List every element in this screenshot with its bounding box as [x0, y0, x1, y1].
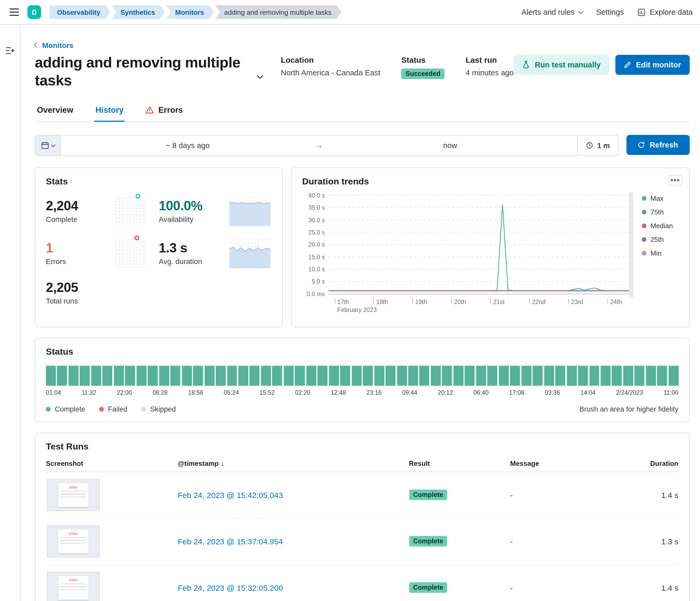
legend-item-75th[interactable]: 75th [642, 208, 678, 216]
status-bar[interactable] [589, 366, 599, 386]
status-bar[interactable] [80, 366, 90, 386]
duration-plot-area[interactable] [328, 192, 633, 297]
end-date-button[interactable]: now [323, 135, 577, 155]
tab-overview[interactable]: Overview [36, 105, 74, 122]
status-bar[interactable] [363, 366, 373, 386]
status-bar[interactable] [351, 366, 361, 386]
status-bar[interactable] [488, 366, 498, 386]
legend-item-min[interactable]: Min [642, 249, 678, 257]
breadcrumb-synthetics[interactable]: Synthetics [111, 5, 165, 19]
start-date-button[interactable]: ~ 8 days ago [60, 135, 315, 155]
calendar-icon [41, 141, 49, 149]
status-bar[interactable] [114, 366, 124, 386]
status-bar[interactable] [612, 366, 622, 386]
status-bar[interactable] [374, 366, 384, 386]
status-bar[interactable] [46, 366, 56, 386]
back-to-monitors-link[interactable]: Monitors [35, 41, 73, 49]
status-bars[interactable] [46, 366, 678, 386]
status-bar[interactable] [420, 366, 429, 386]
status-bar[interactable] [57, 366, 67, 386]
tab-history[interactable]: History [94, 105, 125, 122]
status-bar[interactable] [216, 366, 226, 386]
status-bar[interactable] [555, 366, 565, 386]
test-run-timestamp-link[interactable]: Feb 24, 2023 @ 15:32:05.200 [178, 583, 409, 592]
status-bar[interactable] [544, 366, 554, 386]
arrow-right-icon: → [315, 141, 323, 150]
status-bar[interactable] [408, 366, 418, 386]
alerts-and-rules-menu[interactable]: Alerts and rules [522, 8, 583, 16]
explore-data-link[interactable]: Explore data [638, 8, 693, 16]
tab-errors[interactable]: Errors [145, 105, 184, 122]
duration-chart-svg [328, 192, 633, 297]
status-bar[interactable] [238, 366, 248, 386]
status-bar[interactable] [329, 366, 339, 386]
status-bar[interactable] [442, 366, 452, 386]
result-badge: Complete [409, 490, 447, 500]
settings-link[interactable]: Settings [596, 8, 624, 16]
status-bar[interactable] [578, 366, 588, 386]
status-bar[interactable] [385, 366, 396, 386]
status-bar[interactable] [521, 366, 531, 386]
breadcrumb-observability[interactable]: Observability [50, 5, 110, 19]
menu-button[interactable] [7, 6, 21, 18]
date-quick-select-button[interactable] [35, 135, 60, 155]
auto-refresh-interval-button[interactable]: 1 m [577, 135, 618, 155]
status-bar[interactable] [634, 366, 645, 386]
status-bar[interactable] [340, 366, 350, 386]
status-bar[interactable] [646, 366, 656, 386]
status-bar[interactable] [465, 366, 475, 386]
status-bar[interactable] [193, 366, 203, 386]
status-bar[interactable] [601, 366, 610, 386]
status-bar[interactable] [69, 366, 79, 386]
legend-item-median[interactable]: Median [642, 222, 678, 230]
breadcrumb-monitors[interactable]: Monitors [166, 5, 214, 19]
status-bar[interactable] [136, 366, 147, 386]
status-bar[interactable] [148, 366, 158, 386]
screenshot-thumbnail[interactable]: todos [47, 479, 100, 511]
status-bar[interactable] [567, 366, 577, 386]
status-bar[interactable] [499, 366, 509, 386]
status-bar[interactable] [623, 366, 633, 386]
status-bar[interactable] [295, 366, 305, 386]
status-bar[interactable] [431, 366, 441, 386]
avatar[interactable]: D [27, 5, 41, 19]
edit-monitor-button[interactable]: Edit monitor [615, 55, 690, 75]
screenshot-thumbnail[interactable]: todos [47, 572, 100, 601]
status-bar[interactable] [250, 366, 260, 386]
status-x-label: 01:04 [46, 389, 61, 396]
status-bar[interactable] [103, 366, 112, 386]
expand-nav-icon [6, 47, 14, 54]
col-timestamp[interactable]: @timestamp ↓ [178, 460, 409, 467]
status-bar[interactable] [397, 366, 407, 386]
status-bar[interactable] [476, 366, 486, 386]
status-bar[interactable] [510, 366, 520, 386]
screenshot-thumbnail[interactable]: todos [47, 525, 100, 557]
status-bar[interactable] [125, 366, 135, 386]
status-bar[interactable] [272, 366, 282, 386]
status-bar[interactable] [170, 366, 180, 386]
status-x-label: 03:36 [545, 389, 560, 396]
chart-options-button[interactable] [668, 175, 682, 185]
status-bar[interactable] [657, 366, 667, 386]
status-bar[interactable] [669, 366, 679, 386]
status-bar[interactable] [306, 366, 316, 386]
status-bar[interactable] [318, 366, 328, 386]
status-bar[interactable] [159, 366, 169, 386]
status-bar[interactable] [91, 366, 101, 386]
expand-nav-button[interactable] [4, 45, 16, 56]
status-bar[interactable] [182, 366, 192, 386]
status-bar[interactable] [204, 366, 214, 386]
legend-item-25th[interactable]: 25th [642, 236, 678, 243]
status-bar[interactable] [532, 366, 543, 386]
title-collapse-button[interactable] [255, 73, 264, 82]
status-bar[interactable] [284, 366, 294, 386]
legend-item-max[interactable]: Max [642, 194, 678, 202]
test-run-timestamp-link[interactable]: Feb 24, 2023 @ 15:42:05.043 [178, 491, 409, 500]
test-run-timestamp-link[interactable]: Feb 24, 2023 @ 15:37:04.954 [178, 537, 409, 546]
status-bar[interactable] [261, 366, 271, 386]
explore-data-label: Explore data [650, 8, 693, 16]
status-bar[interactable] [453, 366, 464, 386]
run-test-manually-button[interactable]: Run test manually [514, 55, 609, 75]
status-bar[interactable] [227, 366, 237, 386]
refresh-button[interactable]: Refresh [626, 135, 690, 155]
